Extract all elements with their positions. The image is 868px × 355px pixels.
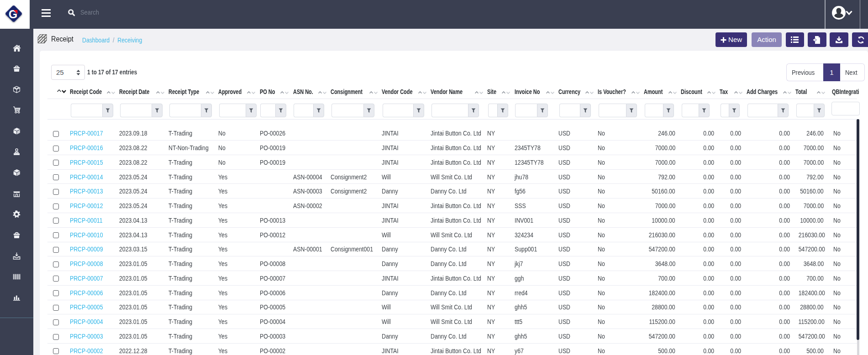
svg-text:G: G	[9, 8, 17, 21]
